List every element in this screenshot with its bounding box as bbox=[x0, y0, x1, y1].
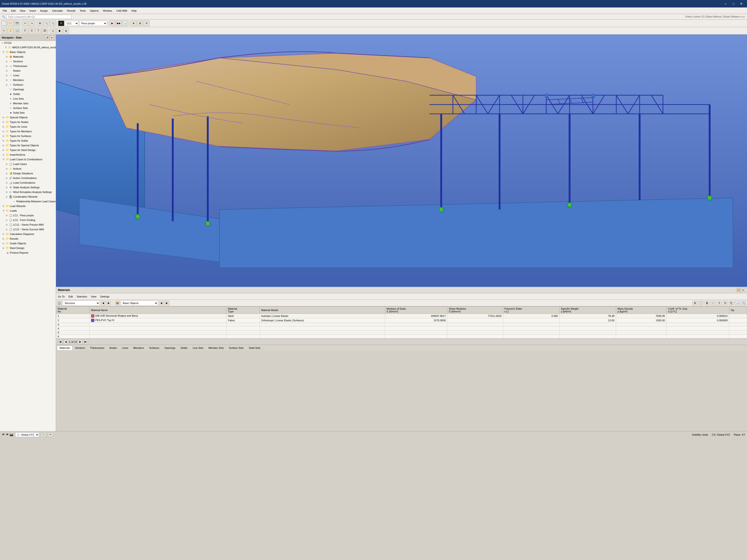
undo-button[interactable]: ↩ bbox=[22, 21, 28, 26]
mat-menu-edit[interactable]: Edit bbox=[68, 295, 74, 298]
tree-item-calculation_diagrams[interactable]: ▷📁Calculation Diagrams bbox=[0, 232, 56, 236]
tree-item-combination_wizards[interactable]: ▷🧙Combination Wizards bbox=[0, 194, 56, 199]
tree-item-results[interactable]: ▷📁Results bbox=[0, 236, 56, 241]
tree-item-steel_design[interactable]: ▷📁Steel Design bbox=[0, 246, 56, 250]
menu-item-window[interactable]: Window bbox=[101, 9, 114, 13]
tree-item-load_cases[interactable]: ▷📋Load Cases bbox=[0, 162, 56, 166]
tree-item-special_objects[interactable]: ▷📁Special Objects bbox=[0, 115, 56, 120]
menu-item-cad-bim[interactable]: CAD-BIM bbox=[114, 9, 129, 13]
tree-item-thicknesses[interactable]: ▷▭Thicknesses bbox=[0, 64, 56, 69]
table-row[interactable]: 3 bbox=[56, 323, 747, 327]
maximize-button[interactable]: □ bbox=[730, 1, 737, 6]
lc-dropdown[interactable]: LC1 bbox=[65, 21, 79, 26]
mat-tool-4[interactable]: ✓ bbox=[711, 301, 716, 305]
save-button[interactable]: 💾 bbox=[14, 21, 20, 26]
nav-pin-button[interactable]: 📌 bbox=[45, 35, 49, 40]
solid-button[interactable]: ◼ bbox=[56, 28, 62, 34]
menu-item-options[interactable]: Options bbox=[88, 9, 101, 13]
tree-item-static_analysis_settings[interactable]: ▷⚙Static Analysis Settings bbox=[0, 185, 56, 190]
tree-item-surface_sets[interactable]: ▪Surface Sets bbox=[0, 106, 56, 110]
zoom-fit-button[interactable]: ⊞ bbox=[37, 21, 43, 26]
mat-menu-view[interactable]: View bbox=[90, 295, 97, 298]
tab-sections[interactable]: Sections bbox=[73, 346, 87, 350]
tree-item-lc1__peso_propio[interactable]: ▷📋LC1 - Peso propio bbox=[0, 213, 56, 218]
page-first-button[interactable]: |◀ bbox=[58, 340, 62, 344]
tree-item-action_combinations[interactable]: ▷🔗Action Combinations bbox=[0, 176, 56, 180]
tree-item-line_sets[interactable]: ≡Line Sets bbox=[0, 96, 56, 101]
tree-item-types_for_solids[interactable]: ▷📁Types for Solids bbox=[0, 138, 56, 143]
grid-button[interactable]: ⊞ bbox=[137, 21, 143, 26]
tree-item-solid_sets[interactable]: ■Solid Sets bbox=[0, 110, 56, 115]
mat-tool-3[interactable]: 🗑 bbox=[704, 301, 710, 305]
tree-item-member_sets[interactable]: ≡Member Sets bbox=[0, 101, 56, 106]
tab-lines[interactable]: Lines bbox=[120, 346, 131, 350]
basic-prev-button[interactable]: ◀ bbox=[159, 301, 164, 305]
redo-button[interactable]: ↪ bbox=[29, 21, 35, 26]
tree-item-types_for_surfaces[interactable]: ▷📁Types for Surfaces bbox=[0, 134, 56, 138]
move-button[interactable]: ✋ bbox=[7, 28, 14, 34]
new-button[interactable]: 📄 bbox=[1, 21, 7, 26]
materials-close-button[interactable]: ✕ bbox=[741, 288, 745, 292]
menu-item-help[interactable]: Help bbox=[130, 9, 139, 13]
tree-item-types_for_special_objects[interactable]: ▷📁Types for Special Objects bbox=[0, 143, 56, 148]
tab-members[interactable]: Members bbox=[131, 346, 147, 350]
tree-item-types_for_members[interactable]: ▷📁Types for Members bbox=[0, 129, 56, 134]
tree-item-relationship_between_load_cases[interactable]: ↔Relationship Between Load Cases bbox=[0, 199, 56, 204]
close-button[interactable]: ✕ bbox=[738, 1, 745, 6]
materials-expand-button[interactable]: 🔼 bbox=[736, 288, 741, 292]
menu-item-results[interactable]: Results bbox=[65, 9, 77, 13]
menu-item-assign[interactable]: Assign bbox=[38, 9, 50, 13]
view-3d[interactable]: 3D bbox=[42, 28, 48, 34]
basic-objects-dropdown[interactable]: Basic Objects bbox=[121, 300, 158, 306]
tree-item-load_cases__combinations[interactable]: ▽📁Load Cases & Combinations bbox=[0, 157, 56, 162]
tree-item-imperfections[interactable]: ▷📁Imperfections bbox=[0, 152, 56, 157]
mat-menu-selection[interactable]: Selection bbox=[76, 295, 88, 298]
tab-solids[interactable]: Solids bbox=[178, 346, 190, 350]
view-top[interactable]: T bbox=[35, 28, 41, 34]
mat-tool-6[interactable]: 📊 bbox=[735, 301, 740, 305]
tree-item-wind_simulation_analysis_settings[interactable]: ▷💨Wind Simulation Analysis Settings bbox=[0, 190, 56, 194]
page-next-button[interactable]: ▶ bbox=[78, 340, 83, 344]
tab-materials[interactable]: Materials bbox=[57, 346, 73, 350]
tree-item-types_for_nodes[interactable]: ▷📁Types for Nodes bbox=[0, 120, 56, 124]
mat-menu-go-to[interactable]: Go To bbox=[57, 295, 66, 298]
table-row[interactable]: 6 bbox=[56, 335, 747, 339]
status-btn-2[interactable]: ✏ bbox=[48, 432, 53, 437]
file-item[interactable]: ▽ 📁 WAGG-CARP-ES01-W-SR_without_results.… bbox=[0, 45, 56, 50]
menu-item-file[interactable]: File bbox=[1, 9, 9, 13]
cs-dropdown[interactable]: 1 - Global XYZ bbox=[15, 432, 39, 437]
tree-item-lc11__viento_presion_min[interactable]: ▷📋LC11 - Viento Presion MIN bbox=[0, 222, 56, 227]
tab-member-sets[interactable]: Member Sets bbox=[206, 346, 226, 350]
lc-name-dropdown[interactable]: Peso propio bbox=[79, 21, 107, 26]
mat-formula-2[interactable]: f∑ bbox=[729, 301, 734, 305]
rfem-label[interactable]: ▷ RFEM bbox=[0, 41, 56, 45]
tree-item-actions[interactable]: ▷⚡Actions bbox=[0, 166, 56, 171]
tab-line-sets[interactable]: Line Sets bbox=[190, 346, 206, 350]
tab-surfaces[interactable]: Surfaces bbox=[147, 346, 162, 350]
snap-button[interactable]: ⊕ bbox=[130, 21, 136, 26]
tree-item-types_for_steel_design[interactable]: ▷📁Types for Steel Design bbox=[0, 148, 56, 152]
results-button[interactable]: 📊 bbox=[122, 21, 128, 26]
tree-item-sections[interactable]: ▷─Sections bbox=[0, 59, 56, 64]
calc-button[interactable]: ▶ bbox=[109, 21, 115, 26]
tree-item-lines[interactable]: ▷─Lines bbox=[0, 73, 56, 78]
rotate-button[interactable]: 🔄 bbox=[14, 28, 20, 34]
status-btn-1[interactable]: 🔧 bbox=[41, 432, 46, 437]
tab-thicknesses[interactable]: Thicknesses bbox=[87, 346, 107, 350]
menu-item-tools[interactable]: Tools bbox=[78, 9, 87, 13]
tab-solid-sets[interactable]: Solid Sets bbox=[246, 346, 263, 350]
mat-tool-1[interactable]: ⊞ bbox=[692, 301, 697, 305]
table-row[interactable]: 4 bbox=[56, 327, 747, 331]
table-row[interactable]: 5 bbox=[56, 331, 747, 335]
calc-all-button[interactable]: ▶▶ bbox=[116, 21, 122, 26]
open-button[interactable]: 📂 bbox=[7, 21, 14, 26]
wire-button[interactable]: ◻ bbox=[50, 28, 56, 34]
select-button[interactable]: ↖ bbox=[1, 28, 7, 34]
mat-tool-7[interactable]: 🔍 bbox=[741, 301, 746, 305]
mat-menu-settings[interactable]: Settings bbox=[99, 295, 110, 298]
menu-item-calculate[interactable]: Calculate bbox=[50, 9, 65, 13]
menu-item-insert[interactable]: Insert bbox=[28, 9, 38, 13]
render-button[interactable]: D bbox=[58, 21, 64, 26]
minimize-button[interactable]: ─ bbox=[722, 1, 729, 6]
tree-item-members[interactable]: ▷/Members bbox=[0, 78, 56, 82]
